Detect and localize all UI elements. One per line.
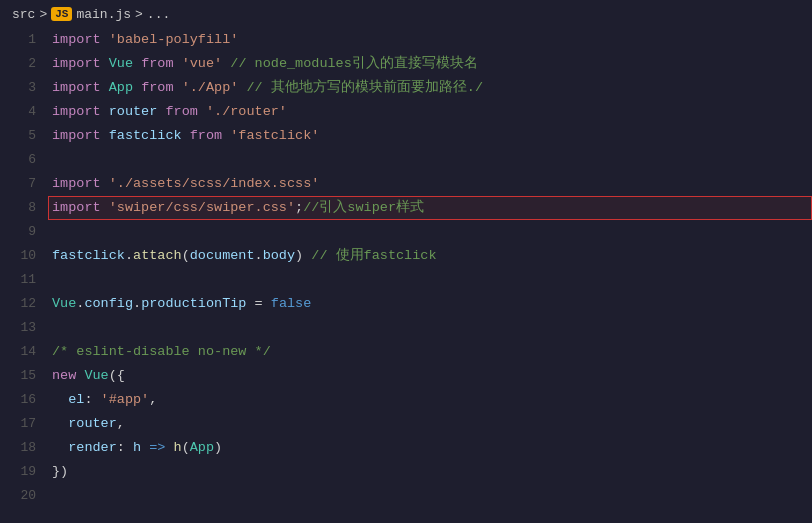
token (198, 104, 206, 119)
token: // node_modules引入的直接写模块名 (230, 56, 478, 71)
token: config (84, 296, 133, 311)
token: // 其他地方写的模块前面要加路径./ (246, 80, 483, 95)
token: Vue (52, 296, 76, 311)
code-line-16: el: '#app', (48, 388, 812, 412)
token: attach (133, 248, 182, 263)
line-number-12: 12 (12, 292, 36, 316)
token: , (149, 392, 157, 407)
token: router (109, 104, 158, 119)
token (165, 440, 173, 455)
token (52, 416, 68, 431)
token: }) (52, 464, 68, 479)
token: router (68, 416, 117, 431)
line-number-15: 15 (12, 364, 36, 388)
token: import (52, 80, 101, 95)
breadcrumb-filename: main.js (76, 7, 131, 22)
token: from (165, 104, 197, 119)
token: : (117, 440, 133, 455)
token: import (52, 176, 101, 191)
breadcrumb-sep2: > (135, 7, 143, 22)
token (101, 128, 109, 143)
code-line-11 (48, 268, 812, 292)
token (174, 56, 182, 71)
code-line-8: import 'swiper/css/swiper.css';//引入swipe… (48, 196, 812, 220)
line-number-6: 6 (12, 148, 36, 172)
code-line-7: import './assets/scss/index.scss' (48, 172, 812, 196)
breadcrumb-js-badge: JS (51, 7, 72, 21)
code-area[interactable]: import 'babel-polyfill'import Vue from '… (48, 28, 812, 523)
breadcrumb-ellipsis: ... (147, 7, 170, 22)
token: import (52, 128, 101, 143)
token: = (246, 296, 270, 311)
token: App (109, 80, 133, 95)
token: Vue (84, 368, 108, 383)
token: './router' (206, 104, 287, 119)
code-line-10: fastclick.attach(document.body) // 使用fas… (48, 244, 812, 268)
line-number-2: 2 (12, 52, 36, 76)
token: import (52, 32, 101, 47)
line-number-18: 18 (12, 436, 36, 460)
token (174, 80, 182, 95)
token: body (263, 248, 295, 263)
code-line-20 (48, 484, 812, 508)
token: . (125, 248, 133, 263)
line-number-20: 20 (12, 484, 36, 508)
token: 'swiper/css/swiper.css' (109, 200, 295, 215)
breadcrumb-sep1: > (39, 7, 47, 22)
code-line-2: import Vue from 'vue' // node_modules引入的… (48, 52, 812, 76)
token: './assets/scss/index.scss' (109, 176, 320, 191)
code-line-13 (48, 316, 812, 340)
token: ; (295, 200, 303, 215)
line-number-11: 11 (12, 268, 36, 292)
line-number-4: 4 (12, 100, 36, 124)
code-line-17: router, (48, 412, 812, 436)
breadcrumb-src: src (12, 7, 35, 22)
token (101, 176, 109, 191)
token: . (255, 248, 263, 263)
token: fastclick (52, 248, 125, 263)
token (101, 200, 109, 215)
token: Vue (109, 56, 133, 71)
token: new (52, 368, 76, 383)
code-line-19: }) (48, 460, 812, 484)
token: 'fastclick' (230, 128, 319, 143)
line-numbers: 1234567891011121314151617181920 (0, 28, 48, 523)
token (101, 32, 109, 47)
line-number-5: 5 (12, 124, 36, 148)
token: '#app' (101, 392, 150, 407)
code-line-4: import router from './router' (48, 100, 812, 124)
line-number-10: 10 (12, 244, 36, 268)
code-line-12: Vue.config.productionTip = false (48, 292, 812, 316)
token: 'vue' (182, 56, 223, 71)
line-number-7: 7 (12, 172, 36, 196)
token: import (52, 104, 101, 119)
breadcrumb: src > JS main.js > ... (0, 0, 812, 28)
code-line-14: /* eslint-disable no-new */ (48, 340, 812, 364)
token: => (149, 440, 165, 455)
token: App (190, 440, 214, 455)
token: ( (182, 440, 190, 455)
code-line-6 (48, 148, 812, 172)
token: : (84, 392, 100, 407)
token (182, 128, 190, 143)
token: ) (214, 440, 222, 455)
token: render (68, 440, 117, 455)
token: ({ (109, 368, 125, 383)
token: from (141, 56, 173, 71)
token (52, 440, 68, 455)
token: , (117, 416, 125, 431)
token: from (141, 80, 173, 95)
code-line-5: import fastclick from 'fastclick' (48, 124, 812, 148)
token (133, 80, 141, 95)
line-number-9: 9 (12, 220, 36, 244)
token (52, 392, 68, 407)
token: ( (182, 248, 190, 263)
line-number-17: 17 (12, 412, 36, 436)
token: document (190, 248, 255, 263)
token (101, 56, 109, 71)
token: './App' (182, 80, 239, 95)
code-line-9 (48, 220, 812, 244)
token: h (133, 440, 141, 455)
token: . (133, 296, 141, 311)
token (101, 80, 109, 95)
